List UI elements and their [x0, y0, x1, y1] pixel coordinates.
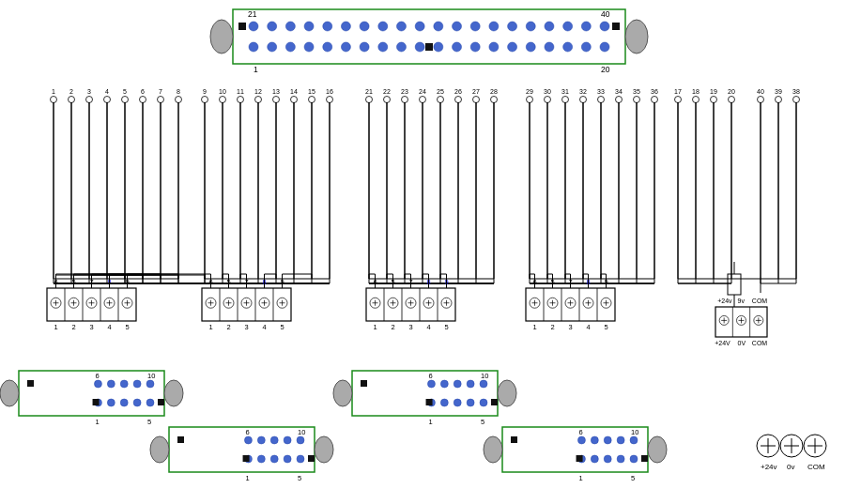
wiring-diagram	[0, 0, 861, 504]
